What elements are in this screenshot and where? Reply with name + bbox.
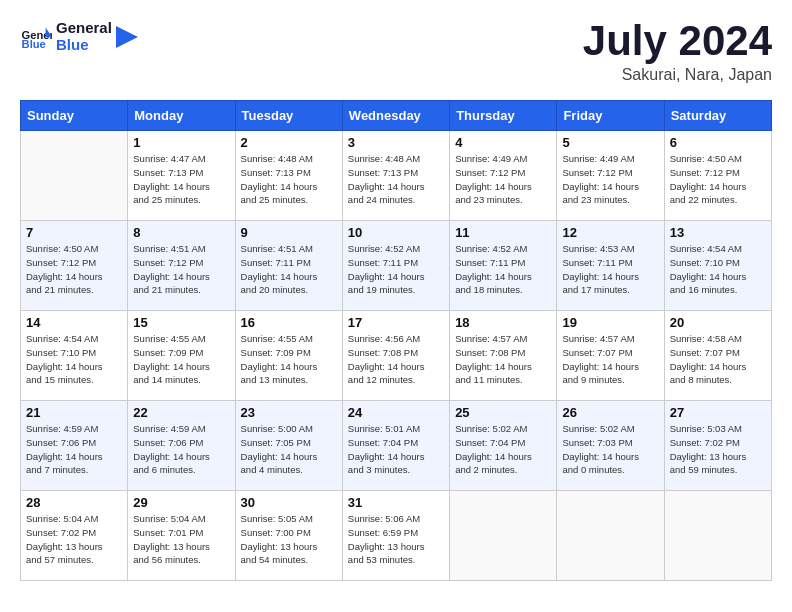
day-number: 29 <box>133 495 229 510</box>
calendar-cell: 4Sunrise: 4:49 AM Sunset: 7:12 PM Daylig… <box>450 131 557 221</box>
calendar-cell: 20Sunrise: 4:58 AM Sunset: 7:07 PM Dayli… <box>664 311 771 401</box>
day-number: 8 <box>133 225 229 240</box>
cell-info: Sunrise: 4:47 AM Sunset: 7:13 PM Dayligh… <box>133 152 229 207</box>
calendar-cell: 13Sunrise: 4:54 AM Sunset: 7:10 PM Dayli… <box>664 221 771 311</box>
calendar-cell: 30Sunrise: 5:05 AM Sunset: 7:00 PM Dayli… <box>235 491 342 581</box>
calendar-cell: 23Sunrise: 5:00 AM Sunset: 7:05 PM Dayli… <box>235 401 342 491</box>
day-number: 13 <box>670 225 766 240</box>
calendar-cell: 16Sunrise: 4:55 AM Sunset: 7:09 PM Dayli… <box>235 311 342 401</box>
cell-info: Sunrise: 4:51 AM Sunset: 7:11 PM Dayligh… <box>241 242 337 297</box>
calendar-cell: 29Sunrise: 5:04 AM Sunset: 7:01 PM Dayli… <box>128 491 235 581</box>
day-number: 15 <box>133 315 229 330</box>
cell-info: Sunrise: 5:04 AM Sunset: 7:02 PM Dayligh… <box>26 512 122 567</box>
cell-info: Sunrise: 4:55 AM Sunset: 7:09 PM Dayligh… <box>241 332 337 387</box>
day-number: 1 <box>133 135 229 150</box>
calendar-cell: 22Sunrise: 4:59 AM Sunset: 7:06 PM Dayli… <box>128 401 235 491</box>
calendar-cell: 28Sunrise: 5:04 AM Sunset: 7:02 PM Dayli… <box>21 491 128 581</box>
calendar-cell: 3Sunrise: 4:48 AM Sunset: 7:13 PM Daylig… <box>342 131 449 221</box>
day-number: 16 <box>241 315 337 330</box>
day-number: 18 <box>455 315 551 330</box>
calendar-cell: 11Sunrise: 4:52 AM Sunset: 7:11 PM Dayli… <box>450 221 557 311</box>
day-number: 28 <box>26 495 122 510</box>
day-number: 10 <box>348 225 444 240</box>
day-number: 31 <box>348 495 444 510</box>
day-number: 12 <box>562 225 658 240</box>
calendar-cell: 1Sunrise: 4:47 AM Sunset: 7:13 PM Daylig… <box>128 131 235 221</box>
calendar-cell: 17Sunrise: 4:56 AM Sunset: 7:08 PM Dayli… <box>342 311 449 401</box>
cell-info: Sunrise: 4:49 AM Sunset: 7:12 PM Dayligh… <box>562 152 658 207</box>
location: Sakurai, Nara, Japan <box>583 66 772 84</box>
cell-info: Sunrise: 4:59 AM Sunset: 7:06 PM Dayligh… <box>133 422 229 477</box>
logo: General Blue General Blue <box>20 20 138 53</box>
cell-info: Sunrise: 5:03 AM Sunset: 7:02 PM Dayligh… <box>670 422 766 477</box>
cell-info: Sunrise: 4:53 AM Sunset: 7:11 PM Dayligh… <box>562 242 658 297</box>
cell-info: Sunrise: 4:56 AM Sunset: 7:08 PM Dayligh… <box>348 332 444 387</box>
logo-blue: Blue <box>56 37 112 54</box>
cell-info: Sunrise: 5:06 AM Sunset: 6:59 PM Dayligh… <box>348 512 444 567</box>
day-number: 3 <box>348 135 444 150</box>
day-number: 24 <box>348 405 444 420</box>
cell-info: Sunrise: 4:57 AM Sunset: 7:08 PM Dayligh… <box>455 332 551 387</box>
calendar-cell <box>664 491 771 581</box>
day-number: 27 <box>670 405 766 420</box>
col-header-sunday: Sunday <box>21 101 128 131</box>
calendar-cell: 10Sunrise: 4:52 AM Sunset: 7:11 PM Dayli… <box>342 221 449 311</box>
calendar-cell: 31Sunrise: 5:06 AM Sunset: 6:59 PM Dayli… <box>342 491 449 581</box>
cell-info: Sunrise: 4:59 AM Sunset: 7:06 PM Dayligh… <box>26 422 122 477</box>
cell-info: Sunrise: 5:02 AM Sunset: 7:03 PM Dayligh… <box>562 422 658 477</box>
calendar-week-row: 14Sunrise: 4:54 AM Sunset: 7:10 PM Dayli… <box>21 311 772 401</box>
cell-info: Sunrise: 4:54 AM Sunset: 7:10 PM Dayligh… <box>670 242 766 297</box>
calendar-week-row: 1Sunrise: 4:47 AM Sunset: 7:13 PM Daylig… <box>21 131 772 221</box>
day-number: 5 <box>562 135 658 150</box>
calendar-cell: 6Sunrise: 4:50 AM Sunset: 7:12 PM Daylig… <box>664 131 771 221</box>
calendar-table: SundayMondayTuesdayWednesdayThursdayFrid… <box>20 100 772 581</box>
calendar-header-row: SundayMondayTuesdayWednesdayThursdayFrid… <box>21 101 772 131</box>
cell-info: Sunrise: 5:00 AM Sunset: 7:05 PM Dayligh… <box>241 422 337 477</box>
calendar-cell: 2Sunrise: 4:48 AM Sunset: 7:13 PM Daylig… <box>235 131 342 221</box>
col-header-saturday: Saturday <box>664 101 771 131</box>
col-header-wednesday: Wednesday <box>342 101 449 131</box>
cell-info: Sunrise: 5:05 AM Sunset: 7:00 PM Dayligh… <box>241 512 337 567</box>
title-area: July 2024 Sakurai, Nara, Japan <box>583 20 772 84</box>
calendar-week-row: 21Sunrise: 4:59 AM Sunset: 7:06 PM Dayli… <box>21 401 772 491</box>
calendar-cell: 12Sunrise: 4:53 AM Sunset: 7:11 PM Dayli… <box>557 221 664 311</box>
day-number: 21 <box>26 405 122 420</box>
day-number: 2 <box>241 135 337 150</box>
svg-marker-3 <box>116 26 138 48</box>
day-number: 30 <box>241 495 337 510</box>
cell-info: Sunrise: 4:48 AM Sunset: 7:13 PM Dayligh… <box>241 152 337 207</box>
cell-info: Sunrise: 4:54 AM Sunset: 7:10 PM Dayligh… <box>26 332 122 387</box>
calendar-cell <box>450 491 557 581</box>
calendar-cell: 9Sunrise: 4:51 AM Sunset: 7:11 PM Daylig… <box>235 221 342 311</box>
calendar-cell: 27Sunrise: 5:03 AM Sunset: 7:02 PM Dayli… <box>664 401 771 491</box>
logo-arrow-icon <box>116 26 138 48</box>
calendar-cell <box>21 131 128 221</box>
calendar-cell: 26Sunrise: 5:02 AM Sunset: 7:03 PM Dayli… <box>557 401 664 491</box>
calendar-cell: 25Sunrise: 5:02 AM Sunset: 7:04 PM Dayli… <box>450 401 557 491</box>
day-number: 7 <box>26 225 122 240</box>
cell-info: Sunrise: 4:52 AM Sunset: 7:11 PM Dayligh… <box>348 242 444 297</box>
day-number: 25 <box>455 405 551 420</box>
logo-icon: General Blue <box>20 21 52 53</box>
calendar-cell: 21Sunrise: 4:59 AM Sunset: 7:06 PM Dayli… <box>21 401 128 491</box>
col-header-thursday: Thursday <box>450 101 557 131</box>
col-header-monday: Monday <box>128 101 235 131</box>
month-title: July 2024 <box>583 20 772 62</box>
day-number: 20 <box>670 315 766 330</box>
cell-info: Sunrise: 4:58 AM Sunset: 7:07 PM Dayligh… <box>670 332 766 387</box>
day-number: 11 <box>455 225 551 240</box>
calendar-cell: 24Sunrise: 5:01 AM Sunset: 7:04 PM Dayli… <box>342 401 449 491</box>
day-number: 17 <box>348 315 444 330</box>
cell-info: Sunrise: 4:51 AM Sunset: 7:12 PM Dayligh… <box>133 242 229 297</box>
page-header: General Blue General Blue July 2024 Saku… <box>20 20 772 84</box>
col-header-tuesday: Tuesday <box>235 101 342 131</box>
logo-general: General <box>56 20 112 37</box>
day-number: 9 <box>241 225 337 240</box>
calendar-cell <box>557 491 664 581</box>
calendar-cell: 5Sunrise: 4:49 AM Sunset: 7:12 PM Daylig… <box>557 131 664 221</box>
cell-info: Sunrise: 4:57 AM Sunset: 7:07 PM Dayligh… <box>562 332 658 387</box>
calendar-cell: 7Sunrise: 4:50 AM Sunset: 7:12 PM Daylig… <box>21 221 128 311</box>
cell-info: Sunrise: 4:55 AM Sunset: 7:09 PM Dayligh… <box>133 332 229 387</box>
day-number: 4 <box>455 135 551 150</box>
cell-info: Sunrise: 4:50 AM Sunset: 7:12 PM Dayligh… <box>26 242 122 297</box>
